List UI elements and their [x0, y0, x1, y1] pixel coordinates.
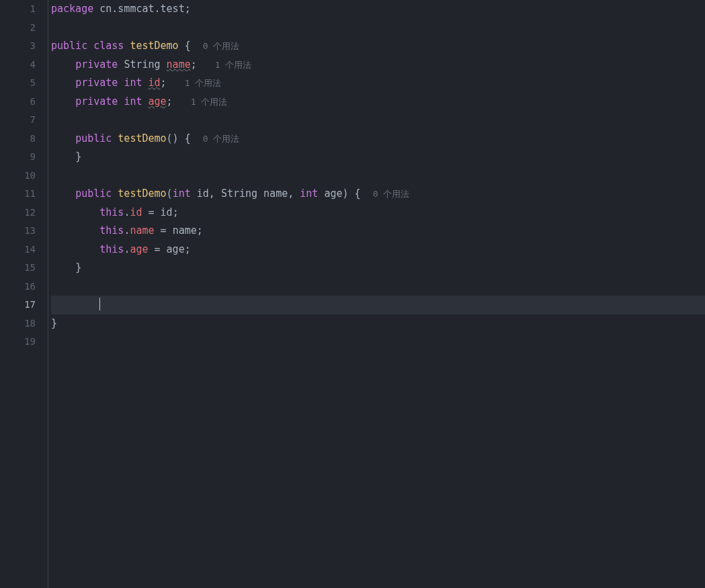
equals: =: [155, 224, 173, 237]
paren-close: ): [343, 187, 349, 200]
class-name: testDemo: [130, 40, 178, 52]
line-number[interactable]: 1: [0, 0, 48, 19]
usages-hint[interactable]: 0 个用法: [373, 189, 410, 199]
line-number[interactable]: 9: [0, 148, 48, 167]
line-number[interactable]: 19: [0, 333, 48, 351]
constructor-name: testDemo: [118, 132, 166, 144]
semicolon: ;: [185, 3, 191, 15]
line-number[interactable]: 13: [0, 222, 48, 241]
line-number[interactable]: 17: [0, 296, 48, 314]
type-int: int: [124, 77, 142, 89]
comma: ,: [288, 187, 300, 200]
rhs-age: age: [167, 243, 185, 255]
code-line[interactable]: private int id; 1 个用法: [51, 74, 705, 93]
field-name: name: [130, 224, 154, 237]
code-line[interactable]: [51, 19, 705, 38]
field-id: id: [130, 206, 142, 218]
keyword-public: public: [51, 40, 87, 52]
code-line[interactable]: public class testDemo { 0 个用法: [51, 37, 705, 56]
keyword-private: private: [75, 95, 118, 108]
line-number[interactable]: 5: [0, 74, 48, 93]
line-number[interactable]: 6: [0, 93, 48, 112]
field-age: age: [130, 243, 148, 255]
code-line[interactable]: [51, 333, 705, 351]
keyword-this: this: [99, 243, 124, 255]
brace-open: {: [185, 132, 191, 144]
space: [93, 3, 99, 15]
field-age: age: [149, 95, 167, 108]
line-number[interactable]: 7: [0, 111, 48, 130]
type-int: int: [124, 95, 142, 108]
line-number[interactable]: 12: [0, 204, 48, 222]
usages-hint[interactable]: 0 个用法: [203, 134, 240, 144]
semicolon: ;: [173, 206, 179, 218]
code-editor[interactable]: package cn.smmcat.test; public class tes…: [48, 0, 705, 588]
keyword-private: private: [75, 77, 118, 89]
code-line[interactable]: [51, 278, 705, 296]
code-line[interactable]: package cn.smmcat.test;: [51, 0, 705, 19]
code-line[interactable]: public testDemo(int id, String name, int…: [51, 185, 705, 204]
constructor-name: testDemo: [118, 187, 166, 200]
keyword-public: public: [75, 187, 112, 200]
semicolon: ;: [197, 224, 203, 237]
line-number[interactable]: 3: [0, 37, 48, 56]
code-line[interactable]: this.age = age;: [51, 241, 705, 259]
code-line[interactable]: public testDemo() { 0 个用法: [51, 130, 705, 149]
line-number[interactable]: 15: [0, 259, 48, 278]
line-number[interactable]: 8: [0, 130, 48, 149]
brace-close: }: [75, 151, 81, 163]
param-id: id: [197, 187, 209, 200]
type-int: int: [300, 187, 318, 200]
line-number[interactable]: 2: [0, 19, 48, 38]
usages-hint[interactable]: 1 个用法: [191, 97, 228, 107]
code-line-current[interactable]: [51, 296, 705, 314]
code-line[interactable]: [51, 111, 705, 130]
line-number[interactable]: 16: [0, 278, 48, 296]
type-string: String: [221, 187, 257, 200]
keyword-this: this: [99, 224, 124, 237]
gutter: 12345678910111213141516171819: [0, 0, 48, 588]
code-line[interactable]: this.name = name;: [51, 222, 705, 241]
code-line[interactable]: }: [51, 314, 705, 333]
comma: ,: [209, 187, 221, 200]
code-line[interactable]: private int age; 1 个用法: [51, 93, 705, 112]
semicolon: ;: [161, 77, 167, 89]
line-number[interactable]: 14: [0, 241, 48, 259]
equals: =: [149, 243, 167, 255]
rhs-name: name: [173, 224, 197, 237]
brace-open: {: [355, 187, 361, 200]
param-age: age: [324, 187, 342, 200]
semicolon: ;: [185, 243, 191, 255]
semicolon: ;: [191, 58, 197, 71]
line-number[interactable]: 11: [0, 185, 48, 204]
brace-close: }: [51, 317, 57, 329]
param-name: name: [263, 187, 288, 200]
keyword-public: public: [75, 132, 112, 144]
line-number[interactable]: 18: [0, 314, 48, 333]
code-line[interactable]: private String name; 1 个用法: [51, 56, 705, 75]
line-number[interactable]: 10: [0, 167, 48, 185]
code-line[interactable]: }: [51, 259, 705, 278]
usages-hint[interactable]: 1 个用法: [215, 60, 252, 70]
line-number[interactable]: 4: [0, 56, 48, 75]
keyword-private: private: [75, 58, 118, 71]
code-line[interactable]: this.id = id;: [51, 204, 705, 222]
parens: (): [167, 132, 179, 144]
rhs-id: id: [161, 206, 173, 218]
type-string: String: [124, 58, 160, 71]
usages-hint[interactable]: 1 个用法: [185, 78, 222, 88]
code-line[interactable]: }: [51, 148, 705, 167]
code-line[interactable]: [51, 167, 705, 185]
equals: =: [142, 206, 160, 218]
usages-hint[interactable]: 0 个用法: [203, 41, 240, 51]
semicolon: ;: [167, 95, 173, 108]
package-path: cn.smmcat.test: [99, 3, 184, 15]
text-caret-icon: [99, 298, 100, 310]
paren-open: (: [167, 187, 173, 200]
keyword-package: package: [51, 3, 93, 15]
type-int: int: [173, 187, 191, 200]
brace-close: }: [75, 261, 81, 274]
field-id: id: [149, 77, 161, 89]
keyword-class: class: [93, 40, 124, 52]
field-name: name: [167, 58, 191, 71]
